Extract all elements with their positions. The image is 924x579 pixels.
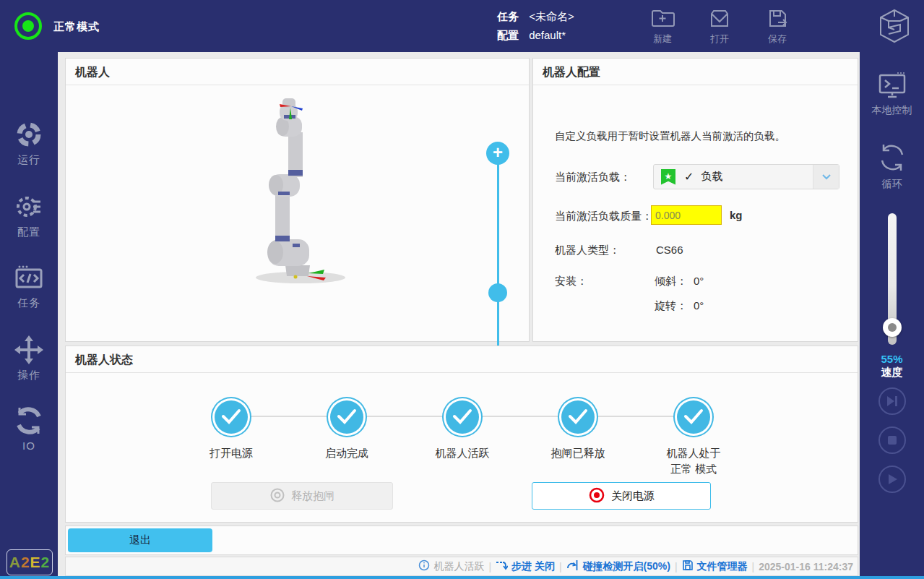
statusbar-collision-detection[interactable]: 碰撞检测开启(50%) <box>566 559 670 573</box>
chevron-down-icon <box>813 165 839 189</box>
step-check-icon <box>677 400 710 434</box>
view-zoom-control: + − <box>486 142 509 377</box>
sidebar-item-operate-label: 操作 <box>0 369 58 382</box>
step-label: 机器人处于正常 模式 <box>636 445 751 477</box>
pendant-id-badge: A2E2 <box>7 549 53 575</box>
step-label: 打开电源 <box>173 445 289 461</box>
zoom-slider-thumb[interactable] <box>488 283 507 302</box>
config-label: 配置 <box>497 29 519 41</box>
new-task-button[interactable]: 新建 <box>639 7 686 46</box>
tilt-label: 倾斜： <box>655 275 687 288</box>
mode-label: 正常模式 <box>53 20 100 34</box>
badge-letter: E <box>30 554 41 570</box>
status-step-power-on: 打开电源 <box>173 398 289 461</box>
status-step-startup-done: 启动完成 <box>289 398 405 461</box>
step-forward-icon <box>880 395 904 408</box>
exit-button[interactable]: 退出 <box>68 528 212 552</box>
payload-mass-input[interactable] <box>651 205 722 225</box>
step-label-line2: 正常 模式 <box>670 463 717 475</box>
payload-description: 自定义负载用于暂时设置机器人当前激活的负载。 <box>555 129 785 143</box>
bottom-accent-strip <box>0 576 924 579</box>
speed-slider[interactable] <box>888 213 897 345</box>
terminal-icon <box>860 71 924 101</box>
release-brake-label: 释放抱闸 <box>291 489 334 503</box>
release-brake-button[interactable]: 释放抱闸 <box>211 482 393 510</box>
robot-mode-status-icon <box>14 12 42 40</box>
sidebar-item-run-label: 运行 <box>0 153 58 167</box>
task-config-summary: 任务 <未命名> 配置 default* <box>497 7 574 45</box>
task-value: <未命名> <box>529 10 574 22</box>
code-window-icon <box>0 262 58 293</box>
bookmark-star-icon: ★ <box>661 169 675 185</box>
zoom-slider-track[interactable] <box>497 163 499 355</box>
robot-type-value: CS66 <box>656 244 683 256</box>
step-check-icon <box>215 400 248 434</box>
sidebar-item-config[interactable]: 配置 <box>0 191 58 239</box>
brake-circle-icon <box>269 487 285 505</box>
file-manager-text: 文件管理器 <box>697 560 748 573</box>
play-icon <box>880 473 904 486</box>
step-check-icon <box>330 400 363 434</box>
rotation-label: 旋转： <box>655 299 687 313</box>
rotation-value: 0° <box>694 299 704 312</box>
run-target-icon <box>0 119 58 150</box>
right-control-sidebar: 本地控制 循环 55% 速度 <box>860 52 924 576</box>
robot-3d-panel: 机器人 + <box>65 58 530 342</box>
open-task-button[interactable]: 打开 <box>696 7 743 46</box>
robot-type-label: 机器人类型： <box>555 244 620 257</box>
loop-button[interactable]: 循环 <box>860 140 924 191</box>
file-manager-icon <box>682 559 694 573</box>
config-value: default* <box>529 29 566 41</box>
step-mode-icon <box>496 559 508 573</box>
local-control-label: 本地控制 <box>860 104 924 117</box>
speed-label: 速度 <box>860 366 924 379</box>
step-check-icon <box>446 400 479 434</box>
status-step-robot-active: 机器人活跃 <box>405 398 520 461</box>
stop-button[interactable] <box>878 426 906 454</box>
sidebar-item-run[interactable]: 运行 <box>0 119 58 167</box>
sidebar-item-task[interactable]: 任务 <box>0 262 58 310</box>
power-off-icon <box>588 486 605 506</box>
active-payload-label: 当前激活负载： <box>555 171 631 184</box>
robot-active-text: 机器人活跃 <box>433 560 484 573</box>
check-icon: ✓ <box>684 170 694 184</box>
step-label-line1: 机器人处于 <box>667 447 721 459</box>
robot-status-panel: 机器人状态 打开电源 启动完成 机器人活跃 抱闸已释放 机器人处于正常 模式 <box>65 346 858 523</box>
top-bar: 正常模式 任务 <未命名> 配置 default* 新建 打开 <box>0 0 924 52</box>
robot-3d-view[interactable] <box>239 95 362 300</box>
loop-label: 循环 <box>860 178 924 191</box>
robot-panel-title: 机器人 <box>66 59 529 85</box>
step-mode-text: 步进 关闭 <box>511 560 555 573</box>
open-file-icon <box>696 7 743 31</box>
statusbar-datetime: 2025-01-16 11:24:37 <box>759 561 853 572</box>
sidebar-item-task-label: 任务 <box>0 296 58 310</box>
step-forward-button[interactable] <box>878 387 906 415</box>
sidebar-item-config-label: 配置 <box>0 226 58 239</box>
loop-cycle-icon <box>860 140 924 175</box>
zoom-in-button[interactable]: + <box>486 142 509 165</box>
sidebar-item-io[interactable]: IO <box>0 405 58 452</box>
gear-icon <box>0 191 58 223</box>
local-control-button[interactable]: 本地控制 <box>860 71 924 117</box>
statusbar-file-manager[interactable]: 文件管理器 <box>682 559 748 573</box>
save-task-label: 保存 <box>754 33 801 46</box>
stop-icon <box>880 434 904 447</box>
play-button[interactable] <box>878 466 906 493</box>
statusbar-step-mode[interactable]: 步进 关闭 <box>496 559 555 573</box>
speed-slider-thumb[interactable] <box>883 318 902 337</box>
robot-config-panel: 机器人配置 自定义负载用于暂时设置机器人当前激活的负载。 当前激活负载： ★ ✓… <box>532 58 858 342</box>
active-payload-select[interactable]: ★ ✓ 负载 <box>653 164 839 189</box>
open-task-label: 打开 <box>696 33 743 46</box>
save-task-button[interactable]: 保存 <box>754 7 801 46</box>
move-arrows-icon <box>0 334 58 366</box>
power-off-button[interactable]: 关闭电源 <box>532 482 711 510</box>
new-file-icon <box>639 7 686 31</box>
sidebar-item-io-label: IO <box>0 439 58 452</box>
badge-letter: 2 <box>41 554 51 570</box>
sidebar-item-operate[interactable]: 操作 <box>0 334 58 382</box>
collision-text: 碰撞检测开启(50%) <box>583 560 670 573</box>
save-icon <box>754 7 801 31</box>
payload-mass-label: 当前激活负载质量： <box>555 210 652 223</box>
step-label: 机器人活跃 <box>405 445 520 461</box>
status-step-brake-released: 抱闸已释放 <box>520 398 636 461</box>
